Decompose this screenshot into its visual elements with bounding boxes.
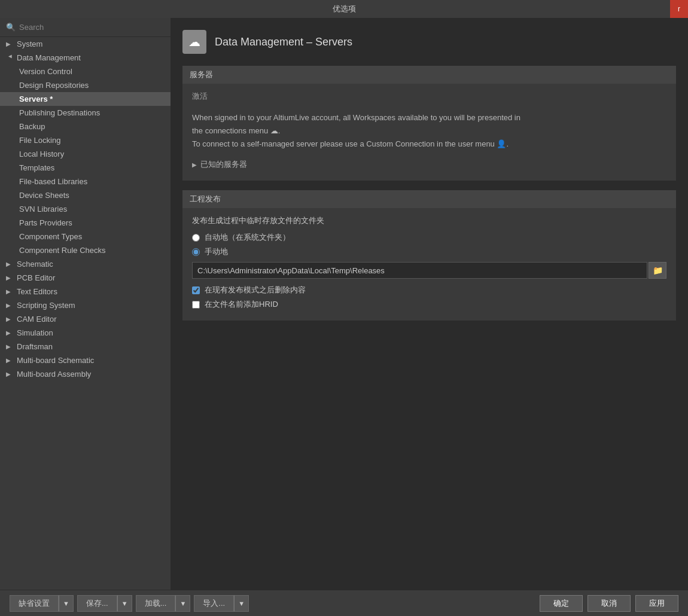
apply-button[interactable]: 应用 — [635, 595, 678, 612]
import-dropdown[interactable]: ▼ — [234, 595, 249, 612]
sidebar-item-draftsman[interactable]: ▶Draftsman — [0, 340, 171, 353]
sidebar-item-servers[interactable]: Servers * — [0, 92, 171, 106]
arrow-icon: ▼ — [7, 54, 14, 62]
publish-section-body: 发布生成过程中临时存放文件的文件夹 自动地（在系统文件夹） 手动地 📁 在现有发… — [182, 208, 676, 321]
sidebar-item-cam-editor[interactable]: ▶CAM Editor — [0, 312, 171, 326]
default-btn-group: 缺省设置 ▼ — [10, 595, 74, 612]
arrow-icon: ▶ — [6, 330, 14, 336]
sidebar-item-local-history[interactable]: Local History — [0, 147, 171, 161]
checkbox-add-hrid[interactable] — [192, 301, 200, 309]
default-settings-dropdown[interactable]: ▼ — [59, 595, 74, 612]
sidebar-item-file-locking[interactable]: File Locking — [0, 133, 171, 147]
sidebar-item-label: Schematic — [17, 260, 53, 269]
sidebar-item-label: Data Management — [17, 53, 81, 62]
sidebar-item-multi-board-schematic[interactable]: ▶Multi-board Schematic — [0, 353, 171, 367]
radio-manual-row: 手动地 — [192, 246, 666, 257]
sidebar-item-label: Multi-board Schematic — [17, 356, 94, 365]
publish-section-header: 工程发布 — [182, 190, 676, 208]
arrow-icon: ▶ — [6, 275, 14, 281]
bottom-bar: 缺省设置 ▼ 保存... ▼ 加载... ▼ 导入... ▼ 确定 取消 应用 — [0, 590, 688, 616]
known-servers-row[interactable]: ▶ 已知的服务器 — [192, 155, 666, 173]
known-servers-arrow: ▶ — [192, 161, 197, 168]
path-input[interactable] — [192, 262, 647, 279]
arrow-icon: ▶ — [6, 316, 14, 322]
arrow-icon: ▶ — [6, 357, 14, 364]
window-title: 优选项 — [333, 4, 356, 14]
arrow-icon: ▶ — [6, 261, 14, 267]
arrow-icon: ▶ — [6, 343, 14, 350]
sidebar-item-version-control[interactable]: Version Control — [0, 65, 171, 78]
path-row: 📁 — [192, 262, 666, 279]
main-container: 🔍 ▶System▼Data ManagementVersion Control… — [0, 18, 688, 590]
sidebar: 🔍 ▶System▼Data ManagementVersion Control… — [0, 18, 171, 590]
sidebar-item-label: System — [17, 39, 42, 48]
import-button[interactable]: 导入... — [194, 595, 234, 612]
sidebar-item-pcb-editor[interactable]: ▶PCB Editor — [0, 271, 171, 285]
content-panel: ☁ Data Management – Servers 服务器 激活 When … — [171, 18, 688, 590]
save-dropdown[interactable]: ▼ — [117, 595, 132, 612]
sidebar-item-scripting-system[interactable]: ▶Scripting System — [0, 298, 171, 312]
servers-section-header: 服务器 — [182, 66, 676, 84]
nav-tree: ▶System▼Data ManagementVersion ControlDe… — [0, 37, 171, 381]
load-btn-group: 加载... ▼ — [136, 595, 191, 612]
cancel-button[interactable]: 取消 — [587, 595, 631, 612]
sidebar-item-label: Multi-board Assembly — [17, 370, 91, 379]
sidebar-item-component-types[interactable]: Component Types — [0, 230, 171, 243]
content-header: ☁ Data Management – Servers — [182, 30, 676, 54]
radio-auto-label: 自动地（在系统文件夹） — [205, 232, 290, 243]
sidebar-item-label: Simulation — [17, 328, 53, 337]
arrow-icon: ▶ — [6, 288, 14, 295]
radio-auto[interactable] — [192, 234, 200, 242]
default-settings-button[interactable]: 缺省设置 — [10, 595, 59, 612]
checkbox1-row: 在现有发布模式之后删除内容 — [192, 285, 666, 295]
sidebar-item-label: Draftsman — [17, 342, 53, 351]
save-btn-group: 保存... ▼ — [77, 595, 132, 612]
sidebar-item-parts-providers[interactable]: Parts Providers — [0, 216, 171, 230]
checkbox-delete-after-publish[interactable] — [192, 286, 200, 294]
radio-manual[interactable] — [192, 248, 200, 256]
sidebar-item-publishing-destinations[interactable]: Publishing Destinations — [0, 106, 171, 120]
content-header-icon: ☁ — [182, 30, 206, 54]
arrow-icon: ▶ — [6, 41, 14, 47]
close-button[interactable]: r — [670, 0, 688, 18]
sidebar-item-simulation[interactable]: ▶Simulation — [0, 326, 171, 340]
sidebar-item-device-sheets[interactable]: Device Sheets — [0, 188, 171, 202]
sidebar-item-data-management[interactable]: ▼Data Management — [0, 51, 171, 65]
path-browse-button[interactable]: 📁 — [649, 262, 666, 279]
known-servers-label: 已知的服务器 — [200, 159, 247, 170]
sidebar-item-label: CAM Editor — [17, 315, 56, 324]
sidebar-item-backup[interactable]: Backup — [0, 120, 171, 133]
sidebar-item-design-repositories[interactable]: Design Repositories — [0, 78, 171, 92]
sidebar-item-text-editors[interactable]: ▶Text Editors — [0, 285, 171, 298]
sidebar-item-templates[interactable]: Templates — [0, 161, 171, 175]
servers-section-body: 激活 When signed in to your AltiumLive acc… — [182, 84, 676, 181]
radio-auto-row: 自动地（在系统文件夹） — [192, 232, 666, 243]
sidebar-item-label: PCB Editor — [17, 273, 55, 282]
publish-section: 工程发布 发布生成过程中临时存放文件的文件夹 自动地（在系统文件夹） 手动地 📁 — [182, 190, 676, 321]
checkbox2-label: 在文件名前添加HRID — [205, 299, 278, 310]
ok-button[interactable]: 确定 — [540, 595, 583, 612]
sidebar-item-system[interactable]: ▶System — [0, 37, 171, 51]
search-box: 🔍 — [0, 18, 171, 37]
sidebar-item-label: Text Editors — [17, 287, 57, 296]
arrow-icon: ▶ — [6, 371, 14, 377]
search-input[interactable] — [19, 23, 165, 32]
load-dropdown[interactable]: ▼ — [175, 595, 190, 612]
temp-folder-label: 发布生成过程中临时存放文件的文件夹 — [192, 215, 666, 226]
radio-manual-label: 手动地 — [205, 246, 228, 257]
server-icon: ☁ — [188, 35, 200, 49]
load-button[interactable]: 加载... — [136, 595, 176, 612]
sidebar-item-component-rule-checks[interactable]: Component Rule Checks — [0, 243, 171, 257]
sidebar-item-file-based-libraries[interactable]: File-based Libraries — [0, 175, 171, 188]
sidebar-item-schematic[interactable]: ▶Schematic — [0, 257, 171, 271]
content-title: Data Management – Servers — [215, 36, 352, 48]
sidebar-item-svn-libraries[interactable]: SVN Libraries — [0, 202, 171, 216]
servers-section: 服务器 激活 When signed in to your AltiumLive… — [182, 66, 676, 181]
activation-text-1: When signed in to your AltiumLive accoun… — [192, 106, 666, 155]
sidebar-item-label: Scripting System — [17, 301, 75, 310]
save-button[interactable]: 保存... — [77, 595, 117, 612]
titlebar: 优选项 r — [0, 0, 688, 18]
sidebar-item-multi-board-assembly[interactable]: ▶Multi-board Assembly — [0, 367, 171, 381]
import-btn-group: 导入... ▼ — [194, 595, 249, 612]
checkbox1-label: 在现有发布模式之后删除内容 — [205, 285, 306, 295]
